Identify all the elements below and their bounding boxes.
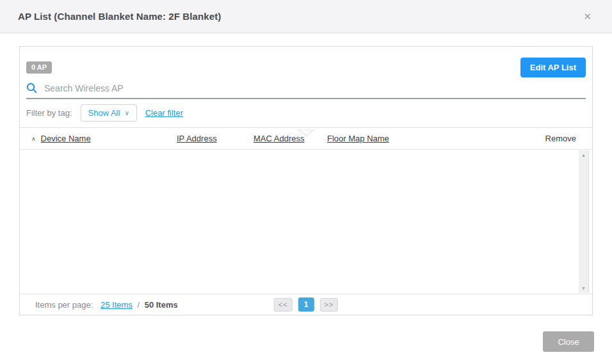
column-header-device-name[interactable]: ∧ Device Name <box>31 134 177 143</box>
column-header-floor-map-name[interactable]: Floor Map Name <box>327 134 545 143</box>
filter-divider <box>20 127 592 128</box>
column-header-remove: Remove <box>545 134 592 143</box>
search-bar <box>26 83 586 99</box>
dialog-header: AP List (Channel Blanket Name: 2F Blanke… <box>0 0 612 33</box>
filter-bar: Filter by tag: Show All ∨ Clear filter <box>26 99 586 127</box>
items-per-page-label: Items per page: <box>35 300 93 310</box>
pagination-next-button[interactable]: >> <box>319 298 338 312</box>
tag-filter-value: Show All <box>88 108 120 118</box>
edit-ap-list-button[interactable]: Edit AP List <box>520 58 586 77</box>
items-per-page: Items per page: 25 Items / 50 Items <box>35 300 178 310</box>
panel-toolbar: 0 AP Edit AP List <box>20 47 592 77</box>
ap-count-badge: 0 AP <box>26 61 52 74</box>
chevron-down-icon: ∨ <box>124 109 129 116</box>
search-icon <box>26 83 37 93</box>
pagination-prev-button[interactable]: << <box>274 298 293 312</box>
filter-by-tag-label: Filter by tag: <box>26 108 72 118</box>
ap-list-panel: 0 AP Edit AP List Filter by tag: Show Al… <box>19 46 593 315</box>
ap-list-dialog: AP List (Channel Blanket Name: 2F Blanke… <box>0 0 612 364</box>
page-size-link[interactable]: 25 Items <box>101 300 133 310</box>
separator: / <box>135 300 142 310</box>
close-icon[interactable]: ✕ <box>581 9 594 24</box>
dialog-title: AP List (Channel Blanket Name: 2F Blanke… <box>18 11 221 22</box>
sort-ascending-icon[interactable]: ∧ <box>31 136 36 142</box>
collapse-notch-icon <box>298 127 314 139</box>
pagination-page-1-button[interactable]: 1 <box>298 297 314 312</box>
table-footer: Items per page: 25 Items / 50 Items << 1… <box>20 294 592 315</box>
table-body-empty: ▲ ▼ <box>20 150 592 294</box>
tag-filter-dropdown[interactable]: Show All ∨ <box>81 104 137 122</box>
column-header-ip-address[interactable]: IP Address <box>177 134 254 143</box>
vertical-scrollbar[interactable]: ▲ ▼ <box>579 150 589 293</box>
total-items-label: 50 Items <box>145 300 178 310</box>
scroll-up-icon[interactable]: ▲ <box>581 153 586 157</box>
pagination: << 1 >> <box>274 297 338 312</box>
clear-filter-link[interactable]: Clear filter <box>145 108 183 118</box>
column-header-mac-address[interactable]: MAC Address <box>254 134 327 143</box>
scroll-down-icon[interactable]: ▼ <box>581 286 586 290</box>
search-input[interactable] <box>44 83 586 93</box>
close-button[interactable]: Close <box>543 331 594 352</box>
